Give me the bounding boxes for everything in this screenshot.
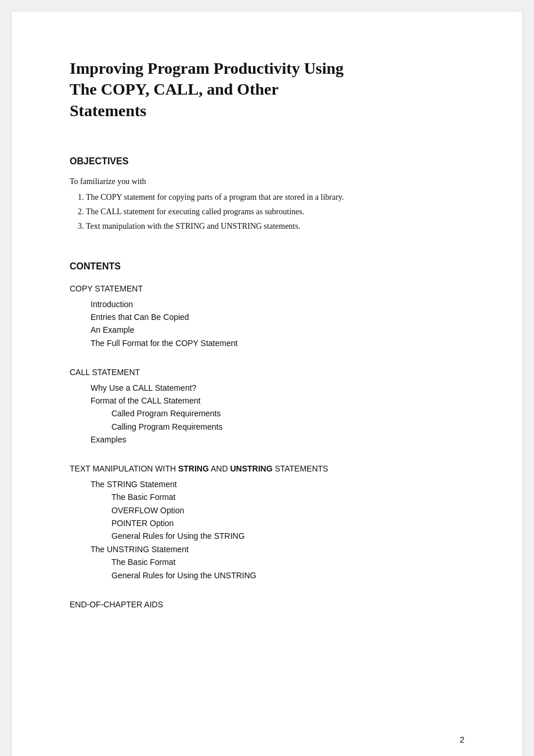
list-item: General Rules for Using the STRING [70,530,464,542]
list-item: The STRING Statement [70,478,464,491]
contents-text-manipulation-block: TEXT MANIPULATION WITH STRING AND UNSTRI… [70,462,464,582]
objectives-heading: OBJECTIVES [70,156,464,167]
list-item: Called Program Requirements [70,407,464,420]
contents-text-manipulation-label: TEXT MANIPULATION WITH STRING AND UNSTRI… [70,462,464,475]
contents-section: CONTENTS COPY STATEMENT Introduction Ent… [70,261,464,611]
list-item: General Rules for Using the UNSTRING [70,569,464,582]
page: Improving Program Productivity Using The… [12,12,522,756]
list-item: Format of the CALL Statement [70,394,464,407]
contents-end-block: END-OF-CHAPTER AIDS [70,598,464,611]
list-item: The Full Format for the COPY Statement [70,337,464,350]
list-item: OVERFLOW Option [70,504,464,517]
list-item: Entries that Can Be Copied [70,311,464,323]
title-line1: Improving Program Productivity Using [70,59,344,77]
list-item: The UNSTRING Statement [70,543,464,556]
contents-call-block: CALL STATEMENT Why Use a CALL Statement?… [70,366,464,446]
page-number: 2 [460,735,464,744]
contents-call-label: CALL STATEMENT [70,366,464,379]
unstring-bold: UNSTRING [230,464,272,473]
list-item: An Example [70,323,464,336]
page-title: Improving Program Productivity Using The… [70,58,464,121]
list-item: Examples [70,433,464,446]
title-line3: Statements [70,102,146,120]
string-bold: STRING [178,464,209,473]
objectives-list: The COPY statement for copying parts of … [70,191,464,232]
contents-copy-block: COPY STATEMENT Introduction Entries that… [70,282,464,350]
contents-heading: CONTENTS [70,261,464,272]
list-item: Introduction [70,298,464,311]
title-line2: The COPY, CALL, and Other [70,80,279,98]
list-item: The CALL statement for executing called … [86,206,464,218]
contents-copy-label: COPY STATEMENT [70,282,464,295]
objectives-intro: To familiarize you with [70,177,464,186]
list-item: Text manipulation with the STRING and UN… [86,220,464,232]
list-item: Why Use a CALL Statement? [70,381,464,394]
list-item: The COPY statement for copying parts of … [86,191,464,203]
contents-end-label: END-OF-CHAPTER AIDS [70,598,464,611]
list-item: The Basic Format [70,491,464,503]
list-item: POINTER Option [70,517,464,530]
list-item: The Basic Format [70,556,464,568]
objectives-section: OBJECTIVES To familiarize you with The C… [70,156,464,232]
list-item: Calling Program Requirements [70,420,464,433]
